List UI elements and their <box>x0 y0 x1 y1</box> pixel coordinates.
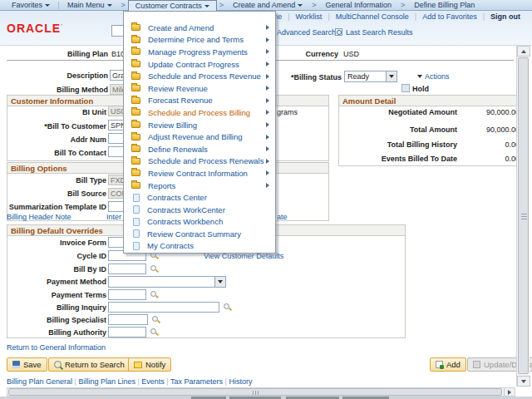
bill-by-id-field[interactable] <box>108 264 146 274</box>
breadcrumb-separator <box>217 1 226 9</box>
chevron-down-icon[interactable] <box>214 277 225 287</box>
scroll-down-icon[interactable] <box>517 376 530 387</box>
menu-item[interactable]: Review Contract Summary <box>124 228 275 240</box>
billing-method-label: Billing Method <box>17 86 108 94</box>
button-label: Add <box>446 360 461 369</box>
tab-billing-plan-general[interactable]: Billing Plan General <box>7 377 72 386</box>
negotiated-amount-value: 90,000.00 <box>459 108 520 116</box>
tab-billing-plan-lines[interactable]: Billing Plan Lines <box>78 377 135 386</box>
breadcrumb-favorites[interactable]: Favorites <box>5 0 57 11</box>
chevron-down-icon <box>204 5 209 7</box>
menu-item[interactable]: Reports <box>124 180 275 192</box>
button-label: Save <box>23 360 42 369</box>
chevron-down-icon[interactable] <box>386 71 397 81</box>
return-to-search-button[interactable]: Return to Search <box>48 357 131 372</box>
events-billed-to-date-value: 0.00 <box>459 155 520 163</box>
vertical-scrollbar[interactable] <box>516 46 530 387</box>
notify-button[interactable]: Notify <box>128 357 171 372</box>
menu-item[interactable]: Schedule and Process Revenue <box>124 70 275 82</box>
menu-item[interactable]: Determine Price and Terms <box>124 34 275 47</box>
menu-item[interactable]: Manage Progress Payments <box>124 46 275 58</box>
menu-item[interactable]: Review Contract Information <box>124 167 275 180</box>
menu-item[interactable]: Create and Amend <box>124 22 275 34</box>
breadcrumb-customer-contracts[interactable]: Customer Contracts <box>128 0 217 11</box>
menu-item[interactable]: Schedule and Process Billing <box>124 106 275 119</box>
billing-specialist-label: Billing Specialist <box>23 316 106 324</box>
menu-item[interactable]: My Contracts <box>124 240 275 253</box>
billing-authority-lookup-icon[interactable] <box>150 328 159 337</box>
bill-by-id-lookup-icon[interactable] <box>150 264 159 273</box>
billing-inquiry-field[interactable] <box>108 302 219 313</box>
breadcrumb-general-information[interactable]: General Information <box>318 0 398 11</box>
menu-item[interactable]: Review Revenue <box>124 82 275 95</box>
return-to-general-information-link[interactable]: Return to General Information <box>7 343 106 352</box>
menu-item[interactable]: Review Billing <box>124 119 275 131</box>
menu-item[interactable]: Contracts Workbench <box>124 216 275 229</box>
vertical-scrollbar-thumb[interactable] <box>518 57 529 374</box>
billing-inquiry-lookup-icon[interactable] <box>223 303 232 312</box>
payment-method-select[interactable] <box>108 276 226 288</box>
divider: | <box>288 12 289 21</box>
menu-item[interactable]: Contracts WorkCenter <box>124 204 275 216</box>
sign-out-link[interactable]: Sign out <box>490 12 520 21</box>
breadcrumb-define-billing-plan[interactable]: Define Billing Plan <box>407 0 481 11</box>
billing-header-note-link[interactable]: Billing Header Note <box>7 213 71 221</box>
page-tabs: Billing Plan General | Billing Plan Line… <box>7 377 252 386</box>
summarization-template-id-label: Summarization Template ID <box>7 203 106 211</box>
currency-label: Currency <box>274 50 338 58</box>
tab-history[interactable]: History <box>229 377 252 386</box>
folder-icon <box>131 48 140 55</box>
folder-icon <box>131 37 140 43</box>
add-button[interactable]: Add <box>430 357 466 372</box>
tab-events[interactable]: Events <box>141 377 165 386</box>
total-billing-history-label: Total Billing History <box>349 140 457 149</box>
horizontal-scrollbar-thumb[interactable] <box>8 388 502 396</box>
billing-specialist-field[interactable] <box>108 314 148 325</box>
billing-plan-label: Billing Plan <box>17 50 108 58</box>
page-icon <box>133 218 140 226</box>
breadcrumb-create-and-amend[interactable]: Create and Amend <box>226 0 309 11</box>
internal-note-link-clipped[interactable]: Inter <box>106 213 121 221</box>
submenu-arrow-icon <box>266 62 269 66</box>
menu-item[interactable]: Define Renewals <box>124 143 275 155</box>
breadcrumb-separator <box>309 1 318 9</box>
page-icon <box>133 194 140 202</box>
menu-item-label: Manage Progress Payments <box>148 47 248 57</box>
menu-item[interactable]: Forecast Revenue <box>124 95 275 107</box>
breadcrumb-separator <box>119 1 128 9</box>
scroll-right-icon[interactable] <box>504 388 515 396</box>
tab-tax-parameters[interactable]: Tax Parameters <box>170 377 223 386</box>
actions-link[interactable]: Actions <box>425 72 450 81</box>
breadcrumb-main-menu[interactable]: Main Menu <box>61 0 119 11</box>
chevron-down-icon <box>298 4 303 7</box>
nav-worklist[interactable]: Worklist <box>296 12 323 21</box>
actions-arrow-icon[interactable] <box>417 75 422 78</box>
billing-status-select[interactable]: Ready <box>344 71 397 82</box>
menu-list: Create and AmendDetermine Price and Term… <box>124 22 275 252</box>
horizontal-scrollbar[interactable] <box>7 387 515 397</box>
last-search-results-link[interactable]: Last Search Results <box>346 28 413 37</box>
menu-item-label: Adjust Revenue and Billing <box>148 132 243 141</box>
save-button[interactable]: Save <box>7 357 47 372</box>
folder-icon <box>131 61 140 67</box>
menu-item[interactable]: Contracts Center <box>124 191 275 204</box>
addr-num-label: Addr Num <box>23 135 106 144</box>
page-icon <box>133 229 140 238</box>
nav-add-to-favorites[interactable]: Add to Favorites <box>422 12 477 21</box>
scroll-up-icon[interactable] <box>517 46 530 57</box>
menu-item[interactable]: Adjust Revenue and Billing <box>124 131 275 143</box>
nav-multichannel-console[interactable]: MultiChannel Console <box>336 12 409 21</box>
billing-specialist-lookup-icon[interactable] <box>151 315 160 324</box>
menu-item[interactable]: Update Contract Progress <box>124 58 275 71</box>
billing-authority-field[interactable] <box>108 327 146 337</box>
advanced-search-link[interactable]: Advanced Search <box>277 28 336 37</box>
hold-checkbox[interactable] <box>401 84 410 92</box>
note-template-link-clipped[interactable]: ate <box>277 213 288 221</box>
update-display-icon <box>473 361 480 368</box>
payment-terms-lookup-icon[interactable] <box>150 290 159 299</box>
submenu-arrow-icon <box>266 74 269 79</box>
top-nav: Home| Worklist| MultiChannel Console| Ad… <box>262 12 520 21</box>
menu-item[interactable]: Schedule and Process Renewals <box>124 155 275 168</box>
payment-terms-field[interactable] <box>108 289 146 300</box>
folder-icon <box>131 85 140 91</box>
